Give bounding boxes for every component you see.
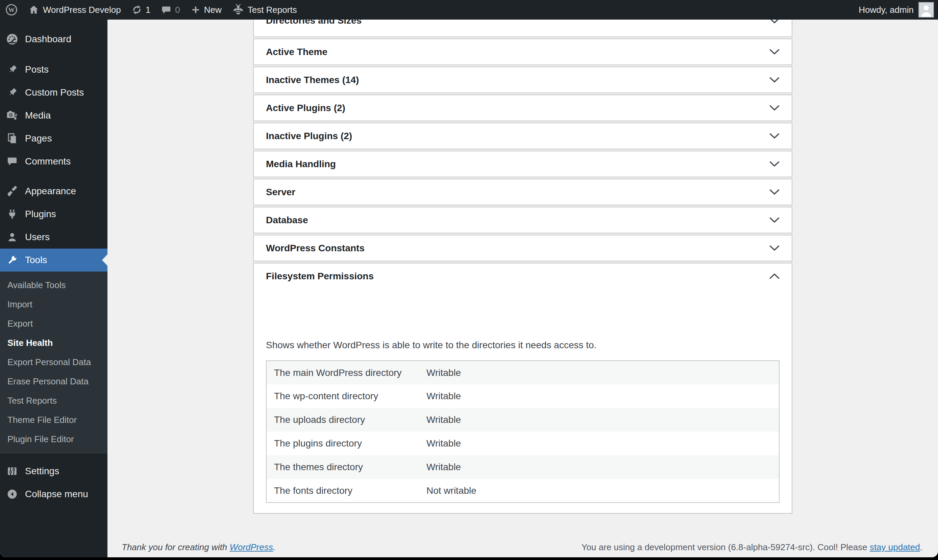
submenu-item-erase-personal-data[interactable]: Erase Personal Data (0, 372, 108, 391)
site-health-info-page: Directories and Sizes Active Theme Inact… (108, 20, 938, 557)
stay-updated-link[interactable]: stay updated (870, 542, 920, 552)
filesystem-permissions-panel: Shows whether WordPress is able to write… (254, 340, 792, 513)
sidebar-item-dashboard[interactable]: Dashboard (0, 28, 108, 51)
directory-status-cell: Not writable (419, 479, 779, 503)
table-row: The plugins directory Writable (266, 432, 779, 455)
sidebar-item-label: Appearance (25, 186, 76, 197)
directory-status-cell: Writable (419, 455, 779, 479)
accordion-label: Media Handling (266, 159, 336, 169)
directory-name-cell: The fonts directory (266, 479, 419, 503)
collapse-menu-button[interactable]: Collapse menu (0, 483, 108, 506)
sidebar-item-label: Plugins (25, 209, 56, 220)
directory-name-cell: The themes directory (266, 455, 419, 479)
sidebar-item-custom-posts[interactable]: Custom Posts (0, 81, 108, 104)
pushpin-icon (5, 87, 20, 98)
new-menu[interactable]: New (185, 0, 227, 20)
accordion-active-theme: Active Theme (253, 38, 792, 65)
accordion-toggle-inactive-themes[interactable]: Inactive Themes (14) (254, 67, 792, 92)
directory-status-cell: Writable (419, 385, 779, 408)
chevron-down-icon (769, 217, 779, 223)
accordion-toggle-media-handling[interactable]: Media Handling (254, 151, 792, 177)
submenu-item-export-personal-data[interactable]: Export Personal Data (0, 352, 108, 372)
sidebar-item-label: Custom Posts (25, 87, 84, 98)
submenu-item-import[interactable]: Import (0, 295, 108, 314)
filesystem-description: Shows whether WordPress is able to write… (266, 340, 779, 350)
comment-bubble-icon (161, 5, 171, 15)
chevron-down-icon (769, 105, 779, 111)
wordpress-admin-window: W WordPress Develop 1 (0, 0, 938, 557)
directory-name-cell: The uploads directory (266, 408, 419, 432)
submenu-item-site-health[interactable]: Site Health (0, 333, 108, 352)
accordion-label: Active Theme (266, 47, 327, 57)
submenu-item-test-reports[interactable]: Test Reports (0, 391, 108, 410)
accordion-label: Active Plugins (2) (266, 103, 345, 114)
comments-icon (5, 156, 20, 167)
test-reports-label: Test Reports (248, 5, 297, 15)
update-icon (132, 5, 142, 15)
updates-menu[interactable]: 1 (126, 0, 156, 20)
wrench-icon (5, 254, 20, 266)
accordion-toggle-directories-and-sizes[interactable]: Directories and Sizes (254, 20, 792, 37)
sidebar-item-pages[interactable]: Pages (0, 127, 108, 150)
sidebar-item-plugins[interactable]: Plugins (0, 203, 108, 226)
active-menu-arrow (102, 254, 108, 266)
media-icon (5, 109, 20, 122)
sidebar-item-label: Tools (25, 255, 47, 266)
sidebar-item-label: Comments (25, 156, 71, 167)
sidebar-item-label: Users (25, 232, 50, 243)
accordion-toggle-wordpress-constants[interactable]: WordPress Constants (254, 235, 792, 261)
footer-thankyou-text: Thank you for creating with (122, 542, 229, 552)
new-label: New (204, 5, 222, 15)
sidebar-item-label: Media (25, 110, 51, 121)
accordion-toggle-active-theme[interactable]: Active Theme (254, 39, 792, 65)
tools-submenu: Available Tools Import Export Site Healt… (0, 272, 108, 454)
accordion-toggle-filesystem-permissions[interactable]: Filesystem Permissions (254, 263, 792, 289)
sidebar-item-tools[interactable]: Tools (0, 249, 108, 272)
comments-menu[interactable]: 0 (156, 0, 185, 20)
chevron-down-icon (769, 49, 779, 55)
site-name-menu[interactable]: WordPress Develop (23, 0, 126, 20)
directory-name-cell: The plugins directory (266, 432, 419, 455)
directory-status-cell: Writable (419, 432, 779, 455)
wordpress-logo-menu[interactable]: W (0, 0, 23, 20)
users-icon (5, 232, 20, 243)
submenu-item-plugin-file-editor[interactable]: Plugin File Editor (0, 430, 108, 449)
accordion-toggle-active-plugins[interactable]: Active Plugins (2) (254, 95, 792, 121)
accordion-toggle-server[interactable]: Server (254, 179, 792, 205)
test-reports-menu[interactable]: Test Reports (227, 0, 302, 20)
footer-thankyou-period: . (273, 542, 276, 552)
submenu-item-theme-file-editor[interactable]: Theme File Editor (0, 410, 108, 430)
submenu-item-available-tools[interactable]: Available Tools (0, 275, 108, 295)
accordion-database: Database (253, 207, 792, 233)
accordion-toggle-inactive-plugins[interactable]: Inactive Plugins (2) (254, 123, 792, 149)
submenu-item-export[interactable]: Export (0, 314, 108, 333)
accordion-filesystem-permissions: Filesystem Permissions Shows whether Wor… (253, 263, 792, 514)
plugins-icon (5, 208, 20, 220)
my-account-menu[interactable]: Howdy, admin (859, 0, 938, 20)
admin-bar: W WordPress Develop 1 (0, 0, 938, 20)
pages-icon (5, 133, 20, 144)
directory-name-cell: The wp-content directory (266, 385, 419, 408)
accordion-wordpress-constants: WordPress Constants (253, 235, 792, 262)
sidebar-item-media[interactable]: Media (0, 104, 108, 127)
chevron-down-icon (769, 189, 779, 195)
accordion-label: Server (266, 187, 295, 198)
sidebar-item-appearance[interactable]: Appearance (0, 180, 108, 203)
chevron-down-icon (769, 245, 779, 251)
accordion-toggle-database[interactable]: Database (254, 208, 792, 233)
sidebar-item-settings[interactable]: Settings (0, 460, 108, 483)
dashboard-icon (5, 33, 20, 46)
wordpress-logo-icon: W (5, 4, 18, 16)
sidebar-item-label: Posts (25, 64, 49, 75)
wordpress-link[interactable]: WordPress (229, 542, 273, 552)
sidebar-item-comments[interactable]: Comments (0, 150, 108, 173)
sidebar-item-label: Collapse menu (25, 489, 88, 500)
chevron-up-icon (769, 273, 779, 279)
appearance-icon (5, 185, 20, 197)
sidebar-item-users[interactable]: Users (0, 226, 108, 249)
health-check-accordion-list: Directories and Sizes Active Theme Inact… (253, 20, 792, 514)
table-row: The themes directory Writable (266, 455, 779, 479)
accordion-label: Inactive Plugins (2) (266, 131, 352, 142)
accordion-server: Server (253, 178, 792, 205)
sidebar-item-posts[interactable]: Posts (0, 58, 108, 81)
